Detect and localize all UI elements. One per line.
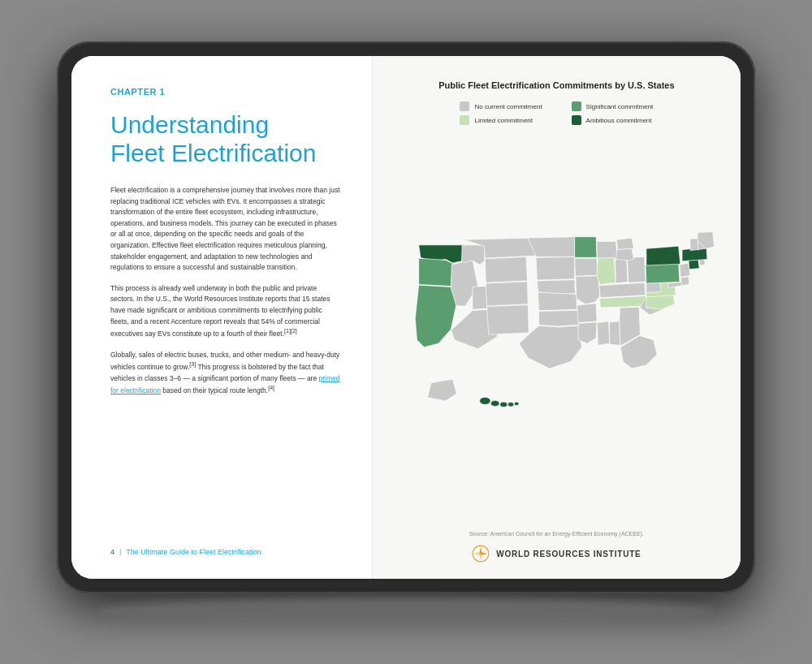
- legend-box-significant: [572, 101, 581, 111]
- legend-label-no: No current commitment: [474, 103, 542, 110]
- legend-label-significant: Significant commitment: [586, 103, 654, 110]
- paragraph-3: Globally, sales of electric buses, truck…: [110, 350, 343, 397]
- us-map: [395, 229, 718, 429]
- svg-point-2: [500, 403, 508, 407]
- page-footer: 4 | The Ultimate Guide to Fleet Electrif…: [110, 548, 343, 556]
- legend-no-commitment: No current commitment: [460, 101, 542, 111]
- legend-significant: Significant commitment: [572, 101, 654, 111]
- legend-box-ambitious: [572, 115, 581, 125]
- legend-box-limited: [460, 115, 469, 125]
- page-number: 4: [110, 548, 114, 556]
- tablet-screen: CHAPTER 1 UnderstandingFleet Electrifica…: [71, 56, 741, 579]
- right-page: Public Fleet Electrification Commitments…: [373, 56, 741, 579]
- chapter-label: CHAPTER 1: [110, 87, 343, 97]
- paragraph-1: Fleet electrification is a comprehensive…: [110, 185, 343, 274]
- map-title: Public Fleet Electrification Commitments…: [395, 80, 718, 90]
- legend-limited: Limited commitment: [460, 115, 542, 125]
- svg-point-1: [490, 401, 499, 407]
- map-container: [395, 133, 718, 526]
- legend-ambitious: Ambitious commitment: [572, 115, 654, 125]
- svg-point-0: [480, 398, 490, 405]
- svg-point-4: [514, 403, 518, 406]
- paragraph-2: This process is already well underway in…: [110, 283, 343, 340]
- wri-label: WORLD RESOURCES INSTITUTE: [496, 550, 641, 558]
- svg-point-3: [508, 403, 513, 407]
- legend-label-ambitious: Ambitious commitment: [586, 117, 652, 124]
- primed-link[interactable]: primed for electrification: [110, 374, 340, 395]
- tablet: CHAPTER 1 UnderstandingFleet Electrifica…: [57, 41, 755, 593]
- wri-icon: [472, 545, 490, 563]
- wri-logo: WORLD RESOURCES INSTITUTE: [395, 545, 718, 563]
- map-legend: No current commitment Limited commitment…: [395, 101, 718, 125]
- source-text: Source: American Council for an Energy-E…: [395, 531, 718, 537]
- legend-label-limited: Limited commitment: [474, 117, 533, 124]
- legend-box-no: [460, 101, 469, 111]
- footer-title: The Ultimate Guide to Fleet Electrificat…: [126, 548, 261, 556]
- chapter-title: UnderstandingFleet Electrification: [110, 111, 343, 167]
- left-page: CHAPTER 1 UnderstandingFleet Electrifica…: [71, 56, 373, 579]
